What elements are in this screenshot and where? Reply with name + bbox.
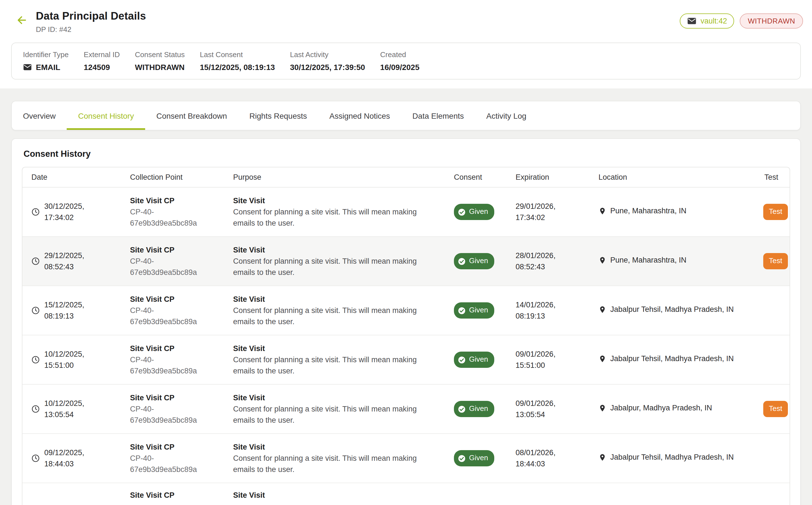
location-pin-icon (598, 257, 606, 264)
consent-cell: Given (446, 253, 508, 269)
consent-date: 09/12/2025, 18:44:03 (44, 447, 103, 469)
expiration-date: 09/01/2026, 15:51:00 (515, 350, 556, 369)
consent-status-label: Given (469, 354, 488, 365)
summary-field: Last Consent 15/12/2025, 08:19:13 (200, 50, 275, 72)
location-cell: Pune, Maharashtra, IN (591, 206, 757, 218)
tab-label: Assigned Notices (330, 111, 390, 120)
table-body: 30/12/2025, 17:34:02 Site Visit CP CP-40… (22, 188, 790, 505)
expiration-date: 29/01/2026, 17:34:02 (515, 202, 556, 221)
column-header-expiration: Expiration (508, 167, 591, 187)
tab-rights-requests[interactable]: Rights Requests (238, 101, 318, 130)
purpose-cell: Site Visit (225, 490, 446, 501)
back-button[interactable] (16, 14, 28, 26)
location-cell: Pune, Maharashtra, IN (591, 255, 757, 268)
test-badge: Test (763, 204, 788, 220)
consent-status-label: Given (469, 404, 488, 414)
consent-cell: Given (446, 204, 508, 220)
column-header-purpose: Purpose (225, 167, 446, 187)
collection-point-cell: Site Visit CP CP-40-67e9b3d9ea5bc89a (122, 195, 225, 228)
date-cell: 30/12/2025, 17:34:02 (22, 201, 122, 223)
column-header-date: Date (22, 167, 122, 187)
consent-cell: Given (446, 401, 508, 417)
consent-cell: Given (446, 302, 508, 319)
collection-point-id: CP-40-67e9b3d9ea5bc89a (130, 256, 214, 278)
purpose-cell: Site Visit Consent for planning a site v… (225, 343, 446, 376)
tab-activity-log[interactable]: Activity Log (475, 101, 538, 130)
check-circle-icon (458, 257, 466, 265)
date-cell: 10/12/2025, 13:05:54 (22, 398, 122, 420)
expiration-cell: 09/01/2026, 13:05:54 (508, 398, 591, 420)
summary-field-value-text: 124509 (84, 63, 110, 72)
tab-label: Rights Requests (249, 111, 307, 120)
table-row: 15/12/2025, 08:19:13 Site Visit CP CP-40… (22, 286, 790, 335)
purpose-title: Site Visit (233, 490, 441, 501)
location-cell: Jabalpur Tehsil, Madhya Pradesh, IN (591, 304, 757, 317)
collection-point-name: Site Visit CP (130, 294, 220, 305)
summary-field: Created 16/09/2025 (380, 50, 420, 72)
arrow-left-icon (16, 14, 28, 26)
purpose-cell: Site Visit Consent for planning a site v… (225, 442, 446, 475)
summary-field-label: External ID (84, 50, 120, 59)
consent-status-label: Given (469, 256, 488, 267)
expiration-date: 09/01/2026, 13:05:54 (515, 399, 556, 418)
collection-point-cell: Site Visit CP CP-40-67e9b3d9ea5bc89a (122, 392, 225, 426)
test-cell: Test (757, 401, 790, 417)
summary-field-value: 30/12/2025, 17:39:50 (290, 63, 365, 72)
summary-field: Last Activity 30/12/2025, 17:39:50 (290, 50, 365, 72)
column-header-consent: Consent (446, 167, 508, 187)
expiration-cell: 14/01/2026, 08:19:13 (508, 300, 591, 321)
expiration-cell: 08/01/2026, 18:44:03 (508, 447, 591, 469)
expiration-cell: 29/01/2026, 17:34:02 (508, 201, 591, 223)
page-title: Data Principal Details (36, 10, 146, 22)
summary-field-value: EMAIL (23, 63, 69, 72)
purpose-cell: Site Visit Consent for planning a site v… (225, 392, 446, 426)
tab-consent-history[interactable]: Consent History (67, 101, 145, 130)
column-header-test: Test (757, 167, 790, 187)
status-badge: WITHDRAWN (740, 13, 803, 28)
table-row: 30/12/2025, 17:34:02 Site Visit CP CP-40… (22, 188, 790, 237)
test-cell: Test (757, 204, 790, 220)
consent-date: 10/12/2025, 13:05:54 (44, 398, 103, 420)
clock-icon (31, 405, 40, 413)
tab-assigned-notices[interactable]: Assigned Notices (318, 101, 401, 130)
collection-point-name: Site Visit CP (130, 442, 220, 452)
collection-point-cell: Site Visit CP (122, 490, 225, 501)
purpose-cell: Site Visit Consent for planning a site v… (225, 294, 446, 327)
tab-label: Consent History (78, 111, 134, 120)
location-text: Pune, Maharashtra, IN (610, 206, 687, 217)
consent-status-label: Given (469, 305, 488, 316)
section-title: Consent History (23, 149, 790, 159)
date-cell: 10/12/2025, 15:51:00 (22, 349, 122, 371)
clock-icon (31, 355, 40, 364)
summary-field-value-text: 15/12/2025, 08:19:13 (200, 63, 275, 72)
purpose-description: Consent for planning a site visit. This … (233, 207, 441, 228)
tab-overview[interactable]: Overview (12, 101, 67, 130)
vault-badge-label: vault:42 (700, 17, 727, 25)
consent-badge: Given (454, 352, 494, 368)
expiration-cell: 09/01/2026, 15:51:00 (508, 349, 591, 371)
purpose-description: Consent for planning a site visit. This … (233, 256, 441, 278)
clock-icon (31, 306, 40, 315)
location-text: Jabalpur Tehsil, Madhya Pradesh, IN (610, 452, 734, 463)
consent-badge: Given (454, 204, 494, 220)
clock-icon (31, 454, 40, 463)
purpose-title: Site Visit (233, 195, 441, 206)
purpose-cell: Site Visit Consent for planning a site v… (225, 244, 446, 278)
summary-field-value-text: 16/09/2025 (380, 63, 420, 72)
collection-point-name: Site Visit CP (130, 343, 220, 354)
consent-status-label: Given (469, 453, 488, 464)
tab-consent-breakdown[interactable]: Consent Breakdown (145, 101, 238, 130)
summary-field-value-text: 30/12/2025, 17:39:50 (290, 63, 365, 72)
location: Jabalpur Tehsil, Madhya Pradesh, IN (598, 452, 734, 463)
summary-field-value-text: WITHDRAWN (135, 63, 185, 72)
tab-label: Data Elements (413, 111, 464, 120)
check-circle-icon (458, 405, 466, 413)
location-pin-icon (598, 306, 606, 314)
table-header-row: DateCollection PointPurposeConsentExpira… (22, 167, 790, 188)
location-cell: Jabalpur Tehsil, Madhya Pradesh, IN (591, 452, 757, 465)
table-row: 09/12/2025, 18:44:03 Site Visit CP CP-40… (22, 434, 790, 483)
consent-date: 30/12/2025, 17:34:02 (44, 201, 103, 223)
location-text: Jabalpur Tehsil, Madhya Pradesh, IN (610, 354, 734, 364)
location: Pune, Maharashtra, IN (598, 206, 687, 217)
tab-data-elements[interactable]: Data Elements (401, 101, 475, 130)
